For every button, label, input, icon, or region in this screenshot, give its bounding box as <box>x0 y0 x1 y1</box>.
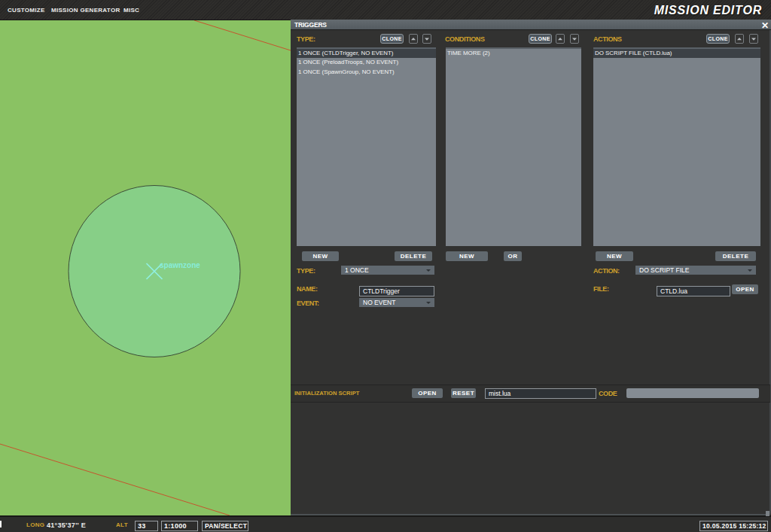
svg-text:spawnzone: spawnzone <box>160 261 200 269</box>
